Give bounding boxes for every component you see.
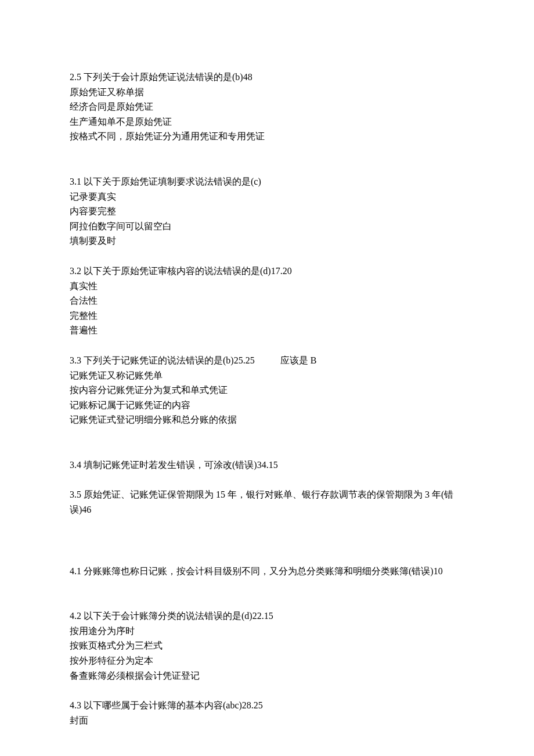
question-block: 4.1 分账账簿也称日记账，按会计科目级别不同，又分为总分类账簿和明细分类账簿(… <box>70 564 464 579</box>
question-block: 3.5 原始凭证、记账凭证保管期限为 15 年，银行对账单、银行存款调节表的保管… <box>70 487 464 517</box>
question-block: 2.5 下列关于会计原始凭证说法错误的是(b)48原始凭证又称单据经济合同是原始… <box>70 70 464 144</box>
question-option: 内容要完整 <box>70 204 464 219</box>
question-block: 4.2 以下关于会计账簿分类的说法错误的是(d)22.15按用途分为序时按账页格… <box>70 609 464 683</box>
question-option: 按用途分为序时 <box>70 624 464 639</box>
question-title: 4.1 分账账簿也称日记账，按会计科目级别不同，又分为总分类账簿和明细分类账簿(… <box>70 564 464 579</box>
question-block: 4.3 以下哪些属于会计账簿的基本内容(abc)28.25封面 <box>70 698 464 728</box>
question-option: 按账页格式分为三栏式 <box>70 638 464 653</box>
question-title: 3.4 填制记账凭证时若发生错误，可涂改(错误)34.15 <box>70 458 464 473</box>
question-title: 4.2 以下关于会计账簿分类的说法错误的是(d)22.15 <box>70 609 464 624</box>
question-option: 生产通知单不是原始凭证 <box>70 114 464 129</box>
document-page: 2.5 下列关于会计原始凭证说法错误的是(b)48原始凭证又称单据经济合同是原始… <box>0 0 534 756</box>
question-option: 合法性 <box>70 293 464 308</box>
question-title: 3.2 以下关于原始凭证审核内容的说法错误的是(d)17.20 <box>70 264 464 279</box>
question-title: 2.5 下列关于会计原始凭证说法错误的是(b)48 <box>70 70 464 85</box>
question-option: 真实性 <box>70 279 464 294</box>
question-option: 记录要真实 <box>70 189 464 204</box>
question-option: 填制要及时 <box>70 233 464 249</box>
question-option: 封面 <box>70 713 464 728</box>
question-title: 4.3 以下哪些属于会计账簿的基本内容(abc)28.25 <box>70 698 464 713</box>
question-option: 原始凭证又称单据 <box>70 85 464 100</box>
question-option: 经济合同是原始凭证 <box>70 99 464 114</box>
question-option: 记账凭证式登记明细分账和总分账的依据 <box>70 412 464 427</box>
question-title: 3.5 原始凭证、记账凭证保管期限为 15 年，银行对账单、银行存款调节表的保管… <box>70 487 464 517</box>
question-title: 3.3 下列关于记账凭证的说法错误的是(b)25.25 应该是 B <box>70 353 464 368</box>
question-option: 记账标记属于记账凭证的内容 <box>70 398 464 413</box>
question-option: 按内容分记账凭证分为复式和单式凭证 <box>70 383 464 398</box>
question-option: 完整性 <box>70 308 464 323</box>
question-option: 记账凭证又称记账凭单 <box>70 368 464 383</box>
question-block: 3.4 填制记账凭证时若发生错误，可涂改(错误)34.15 <box>70 458 464 473</box>
question-block: 3.3 下列关于记账凭证的说法错误的是(b)25.25 应该是 B记账凭证又称记… <box>70 353 464 427</box>
question-option: 普遍性 <box>70 323 464 338</box>
question-option: 阿拉伯数字间可以留空白 <box>70 219 464 234</box>
content-area: 2.5 下列关于会计原始凭证说法错误的是(b)48原始凭证又称单据经济合同是原始… <box>70 70 464 728</box>
question-block: 3.1 以下关于原始凭证填制要求说法错误的是(c)记录要真实内容要完整阿拉伯数字… <box>70 174 464 249</box>
question-option: 按格式不同，原始凭证分为通用凭证和专用凭证 <box>70 129 464 144</box>
question-block: 3.2 以下关于原始凭证审核内容的说法错误的是(d)17.20真实性合法性完整性… <box>70 264 464 338</box>
question-option: 按外形特征分为定本 <box>70 653 464 668</box>
question-option: 备查账簿必须根据会计凭证登记 <box>70 668 464 683</box>
question-title: 3.1 以下关于原始凭证填制要求说法错误的是(c) <box>70 174 464 189</box>
